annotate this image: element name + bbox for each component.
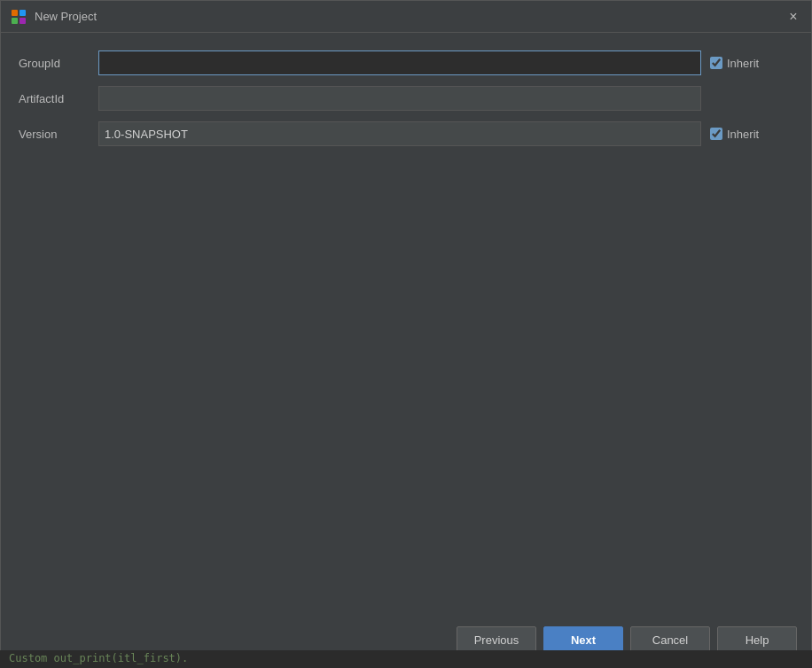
groupid-label: GroupId	[19, 57, 90, 70]
groupid-row: GroupId Inherit	[19, 50, 793, 75]
version-input[interactable]	[98, 121, 701, 146]
dialog-container: New Project × GroupId Inherit ArtifactId	[0, 0, 812, 668]
groupid-inherit-container: Inherit	[710, 57, 759, 70]
close-button[interactable]: ×	[785, 8, 802, 26]
title-bar-left: New Project	[10, 8, 97, 26]
bottom-code-hint: Custom out_print(itl_first).	[0, 650, 812, 668]
help-button[interactable]: Help	[717, 626, 797, 653]
previous-button[interactable]: Previous	[457, 626, 536, 653]
groupid-inherit-label: Inherit	[727, 57, 759, 70]
svg-rect-3	[20, 18, 26, 24]
form-area: GroupId Inherit ArtifactId Version Inher…	[19, 50, 793, 146]
version-inherit-label: Inherit	[727, 128, 759, 141]
svg-rect-1	[20, 10, 26, 16]
version-label: Version	[19, 128, 90, 141]
version-row: Version Inherit	[19, 121, 793, 146]
app-icon	[10, 8, 27, 26]
cancel-button[interactable]: Cancel	[630, 626, 710, 653]
dialog-title: New Project	[35, 10, 97, 23]
svg-rect-2	[12, 18, 18, 24]
dialog-body: GroupId Inherit ArtifactId Version Inher…	[1, 33, 811, 618]
version-inherit-checkbox[interactable]	[710, 128, 722, 140]
title-bar: New Project ×	[1, 1, 811, 33]
artifactid-input[interactable]	[98, 86, 701, 111]
groupid-inherit-checkbox[interactable]	[710, 57, 722, 69]
artifactid-row: ArtifactId	[19, 86, 793, 111]
svg-rect-0	[12, 10, 18, 16]
groupid-input[interactable]	[98, 50, 701, 75]
version-inherit-container: Inherit	[710, 128, 759, 141]
artifactid-label: ArtifactId	[19, 92, 90, 105]
next-button[interactable]: Next	[543, 626, 623, 653]
